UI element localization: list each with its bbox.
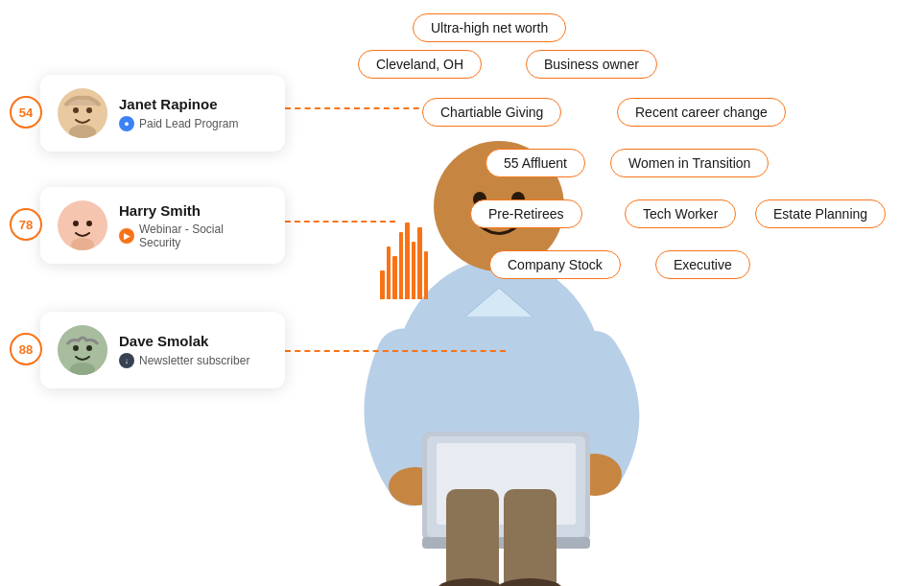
avatar-janet [58, 88, 107, 138]
chart-bar [380, 270, 385, 299]
contact-name-dave: Dave Smolak [119, 333, 249, 349]
contact-card-harry[interactable]: Harry Smith▶Webinar - Social Security [40, 187, 285, 264]
avatar-harry [58, 200, 107, 250]
svg-rect-23 [504, 489, 557, 586]
mini-chart [380, 223, 428, 299]
contact-info-janet: Janet Rapinoe●Paid Lead Program [119, 96, 238, 131]
source-icon-dave: ↓ [119, 353, 134, 368]
connector-2 [285, 221, 395, 223]
contact-card-janet[interactable]: Janet Rapinoe●Paid Lead Program [40, 75, 285, 152]
tag-women-transition[interactable]: Women in Transition [610, 149, 769, 177]
contact-source-harry: ▶Webinar - Social Security [119, 223, 268, 249]
contact-source-dave: ↓Newsletter subscriber [119, 353, 249, 368]
contact-info-dave: Dave Smolak↓Newsletter subscriber [119, 333, 249, 368]
tag-55-affluent[interactable]: 55 Affluent [486, 149, 585, 177]
avatar-dave [58, 325, 107, 375]
chart-bar [424, 251, 429, 299]
tag-career-change[interactable]: Recent career change [617, 98, 786, 127]
svg-point-6 [86, 221, 92, 226]
svg-point-9 [73, 345, 79, 351]
svg-rect-22 [446, 489, 499, 586]
chart-bar [405, 223, 410, 299]
score-badge-dave: 88 [10, 333, 42, 365]
tag-ultra-high[interactable]: Ultra-high net worth [413, 13, 566, 42]
svg-point-5 [73, 221, 79, 226]
connector-3 [285, 350, 506, 352]
tag-pre-retirees[interactable]: Pre-Retirees [470, 199, 582, 228]
tag-executive[interactable]: Executive [655, 250, 750, 279]
tag-estate-planning[interactable]: Estate Planning [755, 199, 886, 228]
contact-source-janet: ●Paid Lead Program [119, 116, 238, 131]
contact-name-janet: Janet Rapinoe [119, 96, 238, 112]
contact-name-harry: Harry Smith [119, 202, 268, 219]
tag-charitable[interactable]: Chartiable Giving [422, 98, 561, 127]
tag-business-owner[interactable]: Business owner [526, 50, 657, 79]
connector-1 [285, 107, 429, 109]
chart-bar [399, 232, 404, 299]
tag-company-stock[interactable]: Company Stock [489, 250, 621, 279]
source-text-dave: Newsletter subscriber [139, 354, 249, 367]
chart-bar [387, 246, 391, 299]
chart-bar [417, 227, 422, 299]
score-badge-janet: 54 [10, 96, 42, 129]
main-scene: Ultra-high net worthCleveland, OHBusines… [0, 0, 924, 586]
svg-point-2 [86, 107, 92, 113]
svg-point-10 [86, 345, 92, 351]
source-text-janet: Paid Lead Program [139, 117, 238, 130]
person-figure [317, 58, 681, 586]
score-badge-harry: 78 [10, 208, 42, 241]
source-icon-janet: ● [119, 116, 134, 131]
source-text-harry: Webinar - Social Security [139, 223, 268, 249]
contact-info-harry: Harry Smith▶Webinar - Social Security [119, 202, 268, 249]
chart-bar [392, 256, 397, 299]
svg-point-1 [73, 107, 79, 113]
contact-card-dave[interactable]: Dave Smolak↓Newsletter subscriber [40, 312, 285, 388]
tag-cleveland[interactable]: Cleveland, OH [358, 50, 482, 79]
tag-tech-worker[interactable]: Tech Worker [625, 199, 736, 228]
source-icon-harry: ▶ [119, 228, 134, 244]
chart-bar [412, 242, 416, 299]
